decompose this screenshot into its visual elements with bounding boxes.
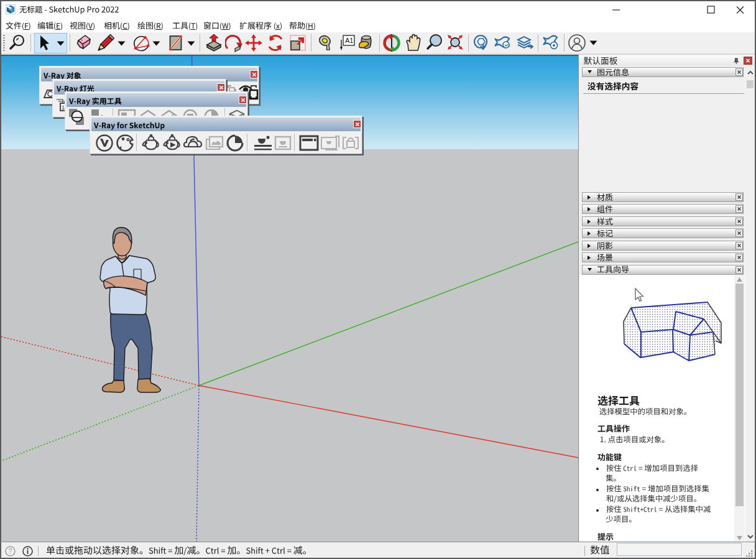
- svg-text:?: ?: [9, 548, 12, 555]
- svg-text:A1: A1: [345, 37, 353, 44]
